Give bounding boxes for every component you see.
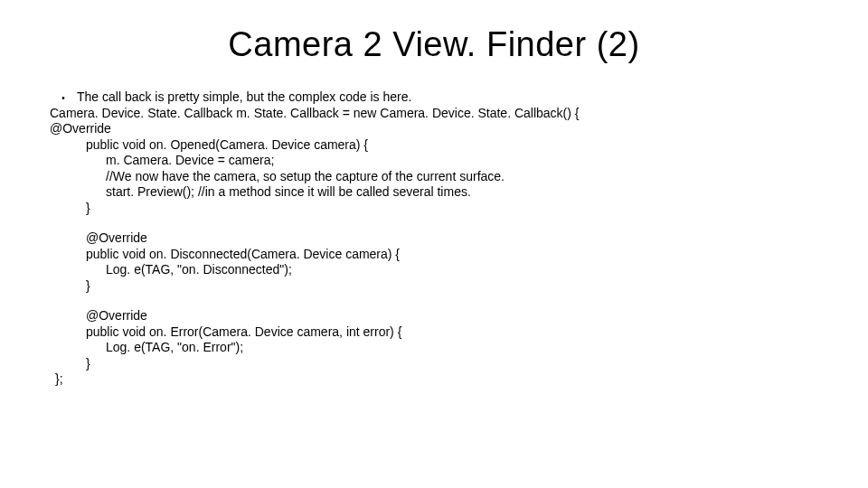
- code-line: };: [50, 371, 818, 388]
- code-line: public void on. Disconnected(Camera. Dev…: [50, 247, 818, 263]
- bullet-item: • The call back is pretty simple, but th…: [50, 89, 818, 106]
- code-line: start. Preview(); //in a method since it…: [50, 184, 818, 201]
- slide-body: • The call back is pretty simple, but th…: [50, 89, 818, 388]
- code-line: }: [50, 201, 818, 217]
- code-line: }: [50, 278, 818, 295]
- code-line: Log. e(TAG, "on. Disconnected");: [50, 262, 818, 278]
- code-line: }: [50, 356, 818, 372]
- code-line: @Override: [50, 121, 818, 137]
- bullet-text: The call back is pretty simple, but the …: [77, 89, 411, 106]
- code-line: //We now have the camera, so setup the c…: [50, 169, 818, 185]
- code-line: public void on. Opened(Camera. Device ca…: [50, 137, 818, 154]
- spacer: [50, 216, 818, 230]
- slide-title: Camera 2 View. Finder (2): [50, 25, 818, 64]
- bullet-icon: •: [50, 93, 77, 105]
- slide-container: Camera 2 View. Finder (2) • The call bac…: [0, 0, 868, 406]
- code-line: Camera. Device. State. Callback m. State…: [50, 106, 818, 122]
- code-line: @Override: [50, 308, 818, 324]
- spacer: [50, 294, 818, 308]
- code-line: public void on. Error(Camera. Device cam…: [50, 324, 818, 341]
- code-line: Log. e(TAG, "on. Error");: [50, 340, 818, 356]
- code-line: m. Camera. Device = camera;: [50, 153, 818, 169]
- code-line: @Override: [50, 230, 818, 247]
